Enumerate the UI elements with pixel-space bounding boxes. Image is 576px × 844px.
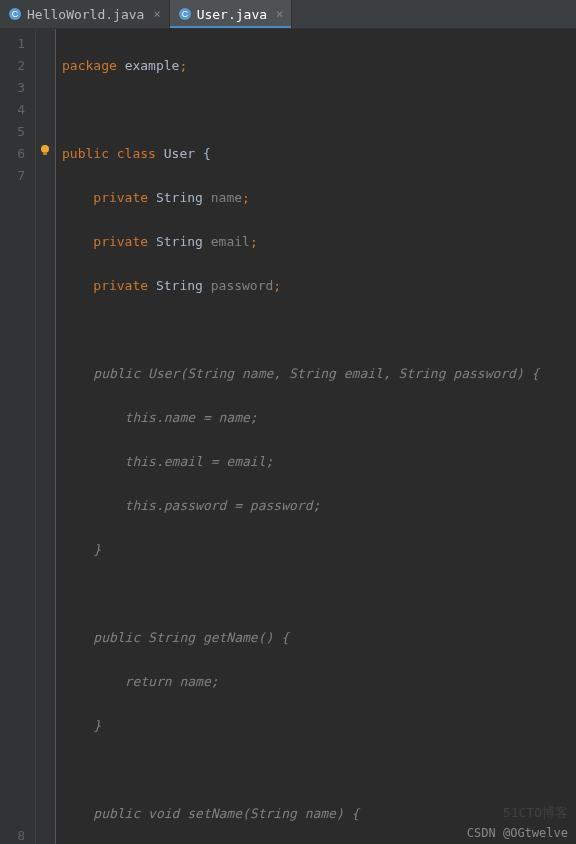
line-number	[0, 363, 25, 385]
tab-bar: C HelloWorld.java × C User.java ×	[0, 0, 576, 29]
line-number	[0, 803, 25, 825]
svg-text:C: C	[12, 9, 19, 19]
line-number: 3	[0, 77, 25, 99]
tab-user[interactable]: C User.java ×	[170, 0, 293, 28]
svg-point-4	[41, 145, 49, 153]
watermark: 51CTO博客	[503, 804, 568, 822]
close-icon[interactable]: ×	[149, 7, 160, 21]
line-number	[0, 759, 25, 781]
line-number	[0, 671, 25, 693]
line-number: 4	[0, 99, 25, 121]
tab-label: User.java	[197, 7, 267, 22]
line-number	[0, 187, 25, 209]
line-number	[0, 737, 25, 759]
line-number	[0, 539, 25, 561]
line-number	[0, 231, 25, 253]
line-number: 5	[0, 121, 25, 143]
line-number	[0, 297, 25, 319]
line-number	[0, 627, 25, 649]
line-number	[0, 253, 25, 275]
line-number	[0, 275, 25, 297]
line-number	[0, 451, 25, 473]
line-number	[0, 649, 25, 671]
line-number	[0, 693, 25, 715]
java-class-icon: C	[8, 7, 22, 21]
watermark: CSDN @OGtwelve	[467, 826, 568, 840]
tab-label: HelloWorld.java	[27, 7, 144, 22]
line-gutter: 1 2 3 4 5 6 7 8	[0, 29, 36, 844]
line-number	[0, 429, 25, 451]
tab-helloworld[interactable]: C HelloWorld.java ×	[0, 0, 170, 28]
line-number: 2	[0, 55, 25, 77]
line-number	[0, 209, 25, 231]
line-number	[0, 561, 25, 583]
close-icon[interactable]: ×	[272, 7, 283, 21]
line-number	[0, 473, 25, 495]
line-number	[0, 781, 25, 803]
line-number: 7	[0, 165, 25, 187]
line-number	[0, 407, 25, 429]
line-number: 1	[0, 33, 25, 55]
line-number: 8	[0, 825, 25, 844]
line-number	[0, 385, 25, 407]
svg-rect-5	[43, 152, 47, 155]
java-class-icon: C	[178, 7, 192, 21]
line-number: 6	[0, 143, 25, 165]
gutter-margin	[36, 29, 56, 844]
line-number	[0, 495, 25, 517]
line-number	[0, 583, 25, 605]
line-number	[0, 319, 25, 341]
code-content[interactable]: package example; public class User { pri…	[56, 29, 576, 844]
lightbulb-icon[interactable]	[38, 143, 52, 157]
line-number	[0, 341, 25, 363]
svg-text:C: C	[181, 9, 188, 19]
line-number	[0, 715, 25, 737]
line-number	[0, 605, 25, 627]
editor: 1 2 3 4 5 6 7 8	[0, 29, 576, 844]
line-number	[0, 517, 25, 539]
